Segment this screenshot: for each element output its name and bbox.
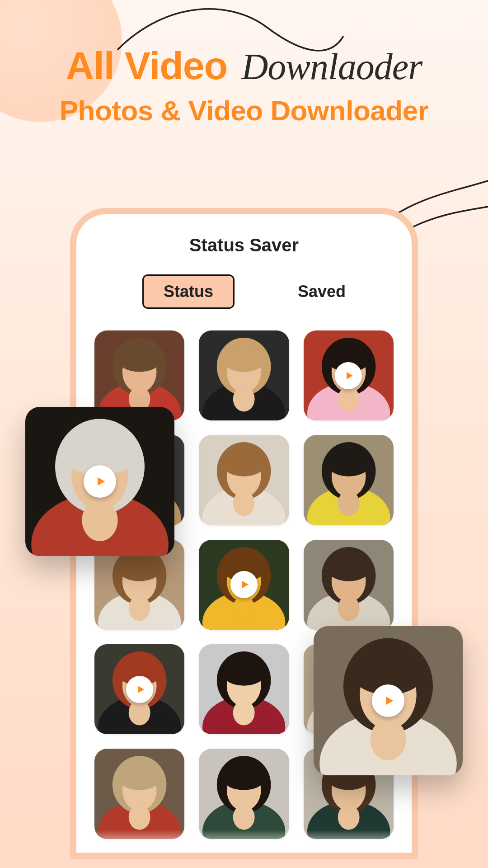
photo-placeholder bbox=[199, 644, 289, 734]
thumb-9[interactable] bbox=[304, 540, 394, 630]
svg-point-83 bbox=[233, 805, 255, 830]
thumb-8[interactable] bbox=[199, 540, 289, 630]
photo-placeholder bbox=[199, 330, 289, 420]
svg-point-82 bbox=[222, 765, 266, 790]
thumb-3[interactable] bbox=[304, 330, 394, 420]
svg-point-95 bbox=[82, 500, 117, 541]
svg-point-89 bbox=[338, 805, 359, 830]
float-thumb-right[interactable] bbox=[314, 626, 463, 775]
float-thumb-left[interactable] bbox=[25, 407, 174, 556]
headline-line-1: All Video Downlaoder bbox=[0, 45, 488, 86]
svg-point-77 bbox=[129, 805, 150, 830]
svg-point-17 bbox=[338, 387, 359, 412]
svg-point-53 bbox=[338, 595, 359, 621]
svg-point-35 bbox=[338, 491, 359, 516]
svg-point-29 bbox=[233, 491, 255, 516]
svg-point-10 bbox=[222, 347, 266, 372]
svg-point-101 bbox=[370, 719, 406, 760]
promo-headline: All Video Downlaoder Photos & Video Down… bbox=[0, 45, 488, 127]
thumb-6[interactable] bbox=[304, 435, 394, 525]
tab-status[interactable]: Status bbox=[142, 274, 235, 309]
thumb-2[interactable] bbox=[199, 330, 289, 420]
svg-point-59 bbox=[129, 700, 150, 726]
photo-placeholder bbox=[199, 435, 289, 525]
headline-script: Downlaoder bbox=[241, 46, 422, 87]
play-icon bbox=[230, 571, 258, 598]
svg-point-76 bbox=[118, 765, 161, 790]
svg-point-41 bbox=[129, 595, 150, 621]
svg-point-4 bbox=[118, 347, 161, 372]
svg-point-47 bbox=[233, 595, 255, 621]
headline-brand: All Video bbox=[66, 44, 227, 87]
play-icon bbox=[335, 362, 362, 389]
thumb-13[interactable] bbox=[94, 749, 184, 839]
svg-point-28 bbox=[222, 451, 266, 476]
photo-placeholder bbox=[94, 749, 184, 839]
photo-placeholder bbox=[304, 435, 394, 525]
thumb-14[interactable] bbox=[199, 749, 289, 839]
svg-point-65 bbox=[233, 700, 255, 726]
svg-point-64 bbox=[222, 660, 266, 686]
screen-title: Status Saver bbox=[94, 235, 394, 255]
headline-subtitle: Photos & Video Downloader bbox=[0, 94, 488, 127]
play-icon bbox=[84, 465, 116, 498]
photo-placeholder bbox=[199, 749, 289, 839]
play-icon bbox=[372, 684, 404, 717]
svg-point-52 bbox=[327, 556, 370, 581]
play-icon bbox=[126, 676, 153, 703]
svg-point-40 bbox=[118, 556, 161, 581]
thumb-10[interactable] bbox=[94, 644, 184, 734]
photo-placeholder bbox=[304, 540, 394, 630]
svg-point-11 bbox=[233, 387, 255, 412]
svg-point-34 bbox=[327, 451, 370, 476]
thumb-5[interactable] bbox=[199, 435, 289, 525]
tab-bar: Status Saved bbox=[94, 274, 394, 309]
thumb-11[interactable] bbox=[199, 644, 289, 734]
tab-saved[interactable]: Saved bbox=[298, 276, 346, 307]
